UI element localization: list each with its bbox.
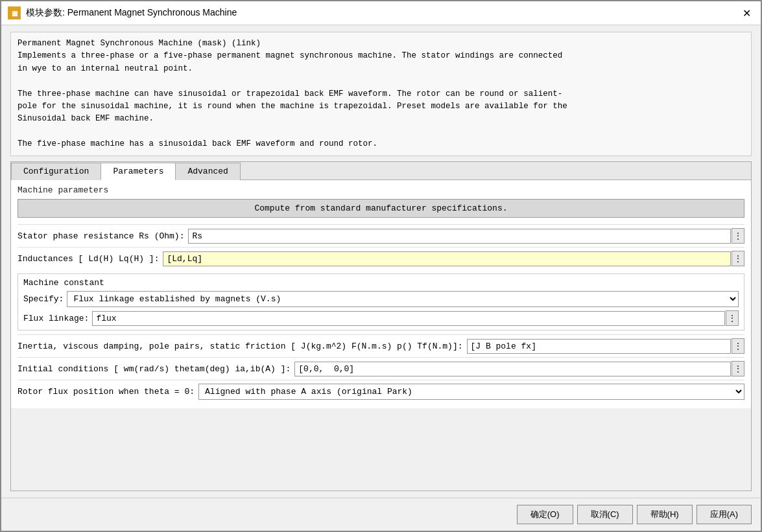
rotor-flux-select[interactable]: Aligned with phase A axis (original Park… <box>198 384 744 400</box>
desc-line5: The three-phase machine can have sinusoi… <box>18 88 744 100</box>
description-box: Permanent Magnet Synchronous Machine (ma… <box>10 32 752 156</box>
flux-linkage-input[interactable] <box>92 311 725 326</box>
tab-bar: Configuration Parameters Advanced <box>11 162 751 180</box>
close-button[interactable]: ✕ <box>739 5 754 21</box>
ok-button[interactable]: 确定(O) <box>517 505 573 524</box>
compute-button[interactable]: Compute from standard manufacturer speci… <box>18 199 744 218</box>
desc-line8 <box>18 126 744 138</box>
flux-linkage-label: Flux linkage: <box>23 314 92 323</box>
initial-conditions-input-wrap: ⋮ <box>294 361 744 376</box>
inductances-input[interactable] <box>163 251 731 266</box>
title-bar: ▦ 模块参数: Permanent Magnet Synchronous Mac… <box>1 1 761 25</box>
inductances-label: Inductances [ Ld(H) Lq(H) ]: <box>18 254 163 264</box>
flux-linkage-row: Flux linkage: ⋮ <box>23 310 739 326</box>
inertia-more-button[interactable]: ⋮ <box>732 338 744 354</box>
specify-row: Specify: Flux linkage established by mag… <box>23 291 739 307</box>
specify-select[interactable]: Flux linkage established by magnets (V.s… <box>67 291 739 307</box>
tab-parameters[interactable]: Parameters <box>101 163 176 180</box>
desc-line1: Permanent Magnet Synchronous Machine (ma… <box>18 38 744 50</box>
stator-resistance-label: Stator phase resistance Rs (Ohm): <box>18 231 188 241</box>
window-title: 模块参数: Permanent Magnet Synchronous Machi… <box>26 7 237 19</box>
tab-content-parameters: Machine parameters Compute from standard… <box>11 180 751 408</box>
help-button[interactable]: 帮助(H) <box>637 505 693 524</box>
initial-conditions-input[interactable] <box>294 362 731 376</box>
stator-resistance-row: Stator phase resistance Rs (Ohm): ⋮ <box>18 224 744 247</box>
inductances-input-wrap: ⋮ <box>163 251 744 266</box>
flux-more-button[interactable]: ⋮ <box>726 310 739 326</box>
desc-line4 <box>18 75 744 87</box>
initial-more-button[interactable]: ⋮ <box>732 361 744 376</box>
apply-button[interactable]: 应用(A) <box>697 505 752 524</box>
rotor-flux-select-wrap: Aligned with phase A axis (original Park… <box>198 384 744 400</box>
cancel-button[interactable]: 取消(C) <box>577 505 633 524</box>
desc-line2: Implements a three-phase or a five-phase… <box>18 50 744 62</box>
inductances-row: Inductances [ Ld(H) Lq(H) ]: ⋮ <box>18 247 744 270</box>
desc-line9: The five-phase machine has a sinusoidal … <box>18 138 744 150</box>
inductances-more-button[interactable]: ⋮ <box>732 251 744 266</box>
content-area: Permanent Magnet Synchronous Machine (ma… <box>1 25 761 498</box>
initial-conditions-label: Initial conditions [ wm(rad/s) thetam(de… <box>18 364 294 374</box>
title-bar-left: ▦ 模块参数: Permanent Magnet Synchronous Mac… <box>8 6 237 19</box>
stator-resistance-input[interactable] <box>188 229 731 244</box>
desc-line6: pole for the sinusoidal machine, it is r… <box>18 100 744 113</box>
main-window: ▦ 模块参数: Permanent Magnet Synchronous Mac… <box>0 0 762 532</box>
tabs-container: Configuration Parameters Advanced Machin… <box>10 161 752 491</box>
stator-resistance-input-wrap: ⋮ <box>188 228 744 244</box>
machine-constant-box: Machine constant Specify: Flux linkage e… <box>18 273 744 330</box>
section-label: Machine parameters <box>18 185 744 195</box>
tab-configuration[interactable]: Configuration <box>11 163 101 180</box>
stator-more-button[interactable]: ⋮ <box>732 228 744 244</box>
machine-constant-title: Machine constant <box>23 278 739 288</box>
inertia-input-wrap: ⋮ <box>467 338 744 354</box>
inertia-row: Inertia, viscous damping, pole pairs, st… <box>18 334 744 357</box>
bottom-buttons: 确定(O) 取消(C) 帮助(H) 应用(A) <box>1 498 761 531</box>
inertia-label: Inertia, viscous damping, pole pairs, st… <box>18 341 467 351</box>
tab-advanced[interactable]: Advanced <box>175 163 240 180</box>
desc-line7: Sinusoidal back EMF machine. <box>18 113 744 125</box>
specify-label: Specify: <box>23 294 67 304</box>
desc-line3: in wye to an internal neutral point. <box>18 63 744 75</box>
initial-conditions-row: Initial conditions [ wm(rad/s) thetam(de… <box>18 357 744 380</box>
rotor-flux-label: Rotor flux position when theta = 0: <box>18 387 198 397</box>
inertia-input[interactable] <box>467 339 731 354</box>
rotor-flux-row: Rotor flux position when theta = 0: Alig… <box>18 380 744 403</box>
window-icon: ▦ <box>8 6 21 19</box>
